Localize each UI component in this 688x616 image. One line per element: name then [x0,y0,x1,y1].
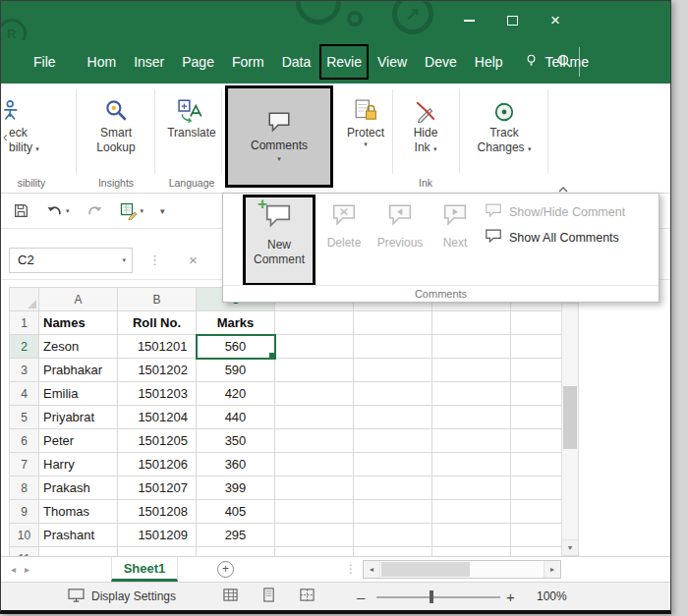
sheet-tab-sheet1[interactable]: Sheet1 [111,557,178,582]
cell[interactable] [432,382,511,406]
save-button[interactable] [13,202,29,219]
column-header-b[interactable]: B [118,288,197,311]
track-changes-button[interactable]: Track Changes ▾ [467,87,542,178]
cell-c4[interactable]: 420 [197,382,275,406]
cell[interactable] [511,311,562,335]
cell-b5[interactable]: 1501204 [118,406,197,429]
cell-c10[interactable]: 295 [197,524,275,547]
row-header-8[interactable]: 8 [10,476,39,500]
cell[interactable] [275,453,354,476]
cell[interactable] [511,382,562,406]
row-header-1[interactable]: 1 [10,311,39,335]
vertical-scrollbar[interactable]: ▴ ▾ [561,287,579,556]
row-header-5[interactable]: 5 [10,406,39,429]
cell[interactable] [118,547,197,557]
cell[interactable] [432,547,511,557]
new-sheet-button[interactable]: + [217,561,234,578]
cell[interactable] [354,406,432,429]
cell-b8[interactable]: 1501207 [118,476,197,500]
cell-c9[interactable]: 405 [197,500,275,524]
undo-button[interactable]: ▾ [46,202,70,219]
sheet-nav-left-button[interactable]: ◂ [11,564,16,575]
row-header-2[interactable]: 2 [10,335,39,359]
cell-a9[interactable]: Thomas [39,500,118,524]
cell[interactable] [511,500,562,524]
cell-c1[interactable]: Marks [197,311,275,335]
cell-a6[interactable]: Peter [39,429,118,453]
cell[interactable] [39,547,118,557]
comments-dropdown-button[interactable]: Comments ▾ [225,85,333,188]
cell-c8[interactable]: 399 [197,476,275,500]
row-header-3[interactable]: 3 [10,359,39,382]
cell-a3[interactable]: Prabhakar [39,359,118,382]
cell[interactable] [275,406,354,429]
cell[interactable] [511,406,562,429]
cell[interactable] [432,406,511,429]
cell[interactable] [275,311,354,335]
cell-b7[interactable]: 1501206 [118,453,197,476]
zoom-slider-thumb[interactable] [430,590,433,603]
cell[interactable] [275,359,354,382]
tab-data[interactable]: Data [273,40,320,84]
cell[interactable] [275,547,354,557]
cell[interactable] [511,476,562,500]
zoom-level[interactable]: 100% [537,583,567,610]
cell-b6[interactable]: 1501205 [118,429,197,453]
previous-comment-button[interactable]: Previous [373,203,428,250]
cell-b2[interactable]: 1501201 [118,335,197,359]
tab-home[interactable]: Hom [79,40,126,84]
cancel-entry-button[interactable]: × [189,252,198,268]
delete-comment-button[interactable]: Delete [321,203,367,250]
translate-button[interactable]: Translate [160,87,223,178]
redo-button[interactable] [86,202,103,219]
cell-a1[interactable]: Names [39,311,118,335]
cell-a10[interactable]: Prashant [39,524,118,547]
cell[interactable] [511,547,562,557]
cell-c7[interactable]: 360 [197,453,275,476]
cell[interactable] [432,335,511,359]
cell-b4[interactable]: 1501203 [118,382,197,406]
row-header-10[interactable]: 10 [10,524,39,547]
minimize-button[interactable] [447,1,490,40]
cell[interactable] [511,524,562,547]
cell[interactable] [275,476,354,500]
zoom-slider[interactable] [376,596,500,598]
cell-a2[interactable]: Zeson [39,335,118,359]
cell[interactable] [354,547,432,557]
cell-c3[interactable]: 590 [197,359,275,382]
cell[interactable] [354,524,432,547]
hide-ink-button[interactable]: Hide Ink ▾ [400,87,451,178]
row-header-7[interactable]: 7 [10,453,39,476]
scroll-down-button[interactable]: ▾ [562,539,578,555]
cell-c5[interactable]: 440 [197,406,275,429]
cell[interactable] [275,335,354,359]
zoom-out-button[interactable]: – [357,583,365,610]
sheet-nav-right-button[interactable]: ▸ [25,564,29,575]
cell[interactable] [354,335,432,359]
cell[interactable] [511,453,562,476]
maximize-button[interactable] [490,1,534,40]
tab-help[interactable]: Help [466,40,512,84]
protect-button[interactable]: Protect ▾ [339,87,392,178]
cell-b3[interactable]: 1501202 [118,359,197,382]
tab-insert[interactable]: Inser [125,40,173,84]
cell[interactable] [354,500,432,524]
cell[interactable] [275,429,354,453]
customize-qat-button[interactable]: ▾ [160,207,165,215]
row-header-11[interactable]: 11 [10,547,39,557]
smart-lookup-button[interactable]: Smart Lookup [86,87,146,178]
zoom-in-button[interactable]: + [506,583,515,610]
cell[interactable] [354,429,432,453]
cell-a8[interactable]: Prakash [39,476,118,500]
cell[interactable] [511,359,562,382]
cell-b1[interactable]: Roll No. [118,311,197,335]
tab-review[interactable]: Revie [319,44,369,80]
page-layout-view-button[interactable] [261,588,276,605]
cell[interactable] [354,453,432,476]
row-header-6[interactable]: 6 [10,429,39,453]
cell[interactable] [432,524,511,547]
check-accessibility-button[interactable]: eck bility ▾ [1,87,62,178]
cell-b9[interactable]: 1501208 [118,500,197,524]
cell[interactable] [432,359,511,382]
normal-view-button[interactable] [223,588,238,605]
